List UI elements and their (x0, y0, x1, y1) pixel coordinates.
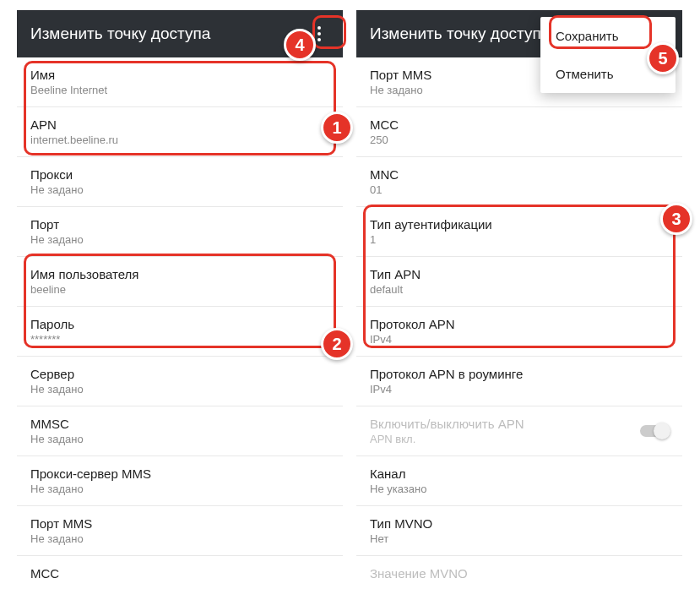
settings-row[interactable]: ИмяBeeline Internet (17, 57, 343, 107)
settings-row[interactable]: Пароль******* (17, 307, 343, 357)
settings-list-left: ИмяBeeline InternetAPNinternet.beeline.r… (17, 57, 343, 590)
row-label: Значение MVNO (370, 566, 669, 581)
row-label: Канал (370, 466, 669, 481)
row-value: Не задано (30, 483, 329, 495)
row-label: Прокси (30, 167, 329, 182)
row-label: Тип аутентификации (370, 217, 669, 232)
row-value: ******* (30, 333, 329, 346)
row-value: Не задано (30, 233, 329, 246)
row-label: Прокси-сервер MMS (30, 466, 329, 481)
settings-row[interactable]: MMSCНе задано (17, 406, 343, 456)
settings-row[interactable]: Тип аутентификации1 (356, 207, 682, 257)
settings-row[interactable]: ПроксиНе задано (17, 157, 343, 207)
row-label: Имя пользователя (30, 267, 329, 281)
badge-4: 4 (284, 29, 316, 61)
appbar-title: Изменить точку доступа (30, 25, 210, 43)
row-label: MNC (370, 167, 669, 182)
row-value: 250 (370, 134, 669, 146)
row-value: beeline (30, 283, 329, 296)
row-value: Beeline Internet (30, 84, 329, 96)
settings-row[interactable]: ПортНе задано (17, 207, 343, 257)
row-value: 1 (370, 233, 669, 246)
row-value: Не задано (30, 383, 329, 395)
settings-row[interactable]: APNinternet.beeline.ru (17, 107, 343, 157)
row-label: Тип APN (370, 267, 669, 281)
settings-row[interactable]: КаналНе указано (356, 456, 682, 506)
row-value: internet.beeline.ru (30, 134, 329, 146)
phone-right: Изменить точку доступа Порт MMSНе задано… (356, 10, 682, 590)
row-value: APN вкл. (370, 433, 524, 445)
phone-left: Изменить точку доступа ИмяBeeline Intern… (17, 10, 343, 590)
row-label: Тип MVNO (370, 516, 669, 531)
row-value: Нет (370, 532, 669, 545)
settings-row: Значение MVNO (356, 556, 682, 590)
row-label: Порт MMS (30, 516, 329, 531)
row-label: Пароль (30, 317, 329, 331)
row-label: MCC (370, 117, 669, 132)
settings-row: Включить/выключить APNAPN вкл. (356, 406, 682, 456)
settings-row[interactable]: MCC250 (356, 107, 682, 157)
row-label: Протокол APN в роуминге (370, 367, 669, 381)
badge-1: 1 (321, 112, 353, 144)
row-label: APN (30, 117, 329, 132)
row-label: Сервер (30, 367, 329, 381)
settings-row[interactable]: Тип MVNOНет (356, 506, 682, 556)
row-value: default (370, 283, 669, 296)
settings-row[interactable]: Порт MMSНе задано (17, 506, 343, 556)
row-label: Порт (30, 217, 329, 232)
toggle-switch[interactable] (640, 425, 669, 437)
row-value: IPv4 (370, 333, 669, 346)
row-label: MCC (30, 566, 329, 581)
row-value: IPv4 (370, 383, 669, 395)
settings-row[interactable]: Протокол APN в роумингеIPv4 (356, 357, 682, 406)
badge-2: 2 (321, 328, 353, 360)
settings-row[interactable]: Прокси-сервер MMSНе задано (17, 456, 343, 506)
badge-5: 5 (647, 42, 679, 74)
row-label: Имя (30, 68, 329, 82)
settings-row[interactable]: Протокол APNIPv4 (356, 307, 682, 357)
appbar-title: Изменить точку доступа (370, 25, 550, 43)
row-value: 01 (370, 183, 669, 196)
row-label: Включить/выключить APN (370, 417, 524, 431)
row-value: Не задано (30, 433, 329, 445)
badge-3: 3 (660, 203, 692, 235)
settings-row[interactable]: СерверНе задано (17, 357, 343, 406)
settings-list-right: Порт MMSНе заданоMCC250MNC01Тип аутентиф… (356, 57, 682, 590)
settings-row[interactable]: Тип APNdefault (356, 257, 682, 307)
settings-row[interactable]: MNC01 (356, 157, 682, 207)
row-value: Не задано (30, 532, 329, 545)
row-value: Не задано (30, 183, 329, 196)
row-label: Протокол APN (370, 317, 669, 331)
settings-row[interactable]: MCC (17, 556, 343, 590)
row-label: MMSC (30, 417, 329, 431)
row-value: Не указано (370, 483, 669, 495)
settings-row[interactable]: Имя пользователяbeeline (17, 257, 343, 307)
